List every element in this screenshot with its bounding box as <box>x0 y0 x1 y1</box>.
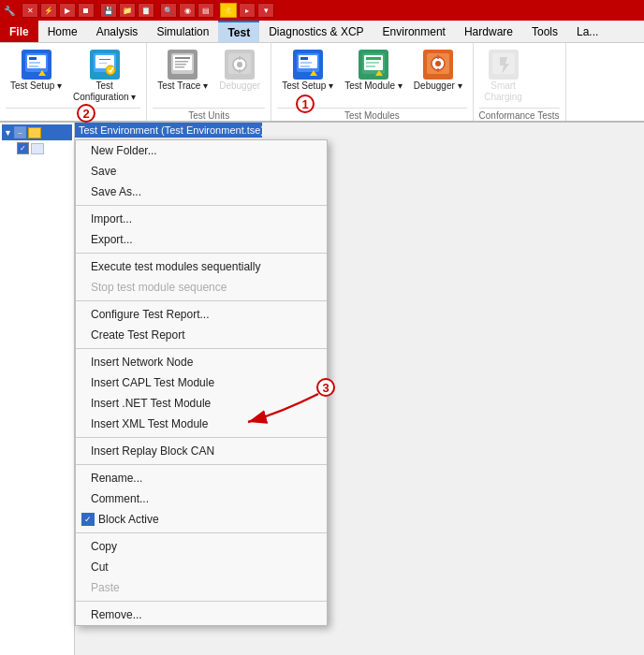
smart-charging-icon <box>489 50 519 80</box>
ctx-sep-2 <box>76 253 327 254</box>
ctx-item-import[interactable]: Import... <box>76 209 327 229</box>
ctx-item-insert-replay[interactable]: Insert Replay Block CAN <box>76 441 327 461</box>
ctx-item-paste: Paste <box>76 577 327 598</box>
separator-3 <box>216 3 218 18</box>
svg-rect-14 <box>175 66 184 68</box>
ctx-sep-4 <box>76 348 327 349</box>
menu-file[interactable]: File <box>0 21 38 42</box>
ctx-item-insert-network[interactable]: Insert Network Node <box>76 352 327 372</box>
svg-rect-22 <box>300 57 308 60</box>
tool-btn-9[interactable]: ◉ <box>179 3 196 18</box>
tool-btn-8[interactable]: 🔍 <box>160 3 177 18</box>
svg-rect-11 <box>175 57 190 59</box>
tree-checkbox-child[interactable]: ✓ <box>17 142 29 154</box>
menu-diagnostics[interactable]: Diagnostics & XCP <box>259 21 373 42</box>
menu-simulation[interactable]: Simulation <box>147 21 218 42</box>
tool-btn-12[interactable]: ▸ <box>239 3 256 18</box>
ctx-item-stop-seq: Stop test module sequence <box>76 277 327 298</box>
tree-item-root[interactable]: ▼ – <box>2 124 72 140</box>
menu-environment[interactable]: Environment <box>373 21 455 42</box>
ctx-sep-1 <box>76 205 327 206</box>
ctx-item-save-as[interactable]: Save As... <box>76 182 327 202</box>
ctx-item-save[interactable]: Save <box>76 161 327 182</box>
ribbon-btn-test-trace[interactable]: Test Trace ▾ <box>153 47 212 94</box>
tool-btn-6[interactable]: 📁 <box>119 3 136 18</box>
ctx-item-block-active[interactable]: ✓ Block Active <box>76 509 327 530</box>
svg-rect-23 <box>300 62 312 64</box>
svg-point-8 <box>106 66 115 75</box>
context-area: 2 Test Environment (Test Environment.tse… <box>75 123 644 655</box>
ribbon-group-conformance-buttons: SmartCharging <box>479 47 560 106</box>
debugger-2-icon <box>423 50 453 80</box>
svg-rect-28 <box>366 57 381 60</box>
test-module-icon <box>359 50 388 80</box>
test-config-icon <box>90 50 120 80</box>
menu-more[interactable]: La... <box>567 21 607 42</box>
ctx-item-copy[interactable]: Copy <box>76 536 327 557</box>
ctx-item-remove[interactable]: Remove... <box>76 604 327 625</box>
debugger-1-label: Debugger <box>219 80 260 91</box>
debugger-1-icon <box>225 50 255 80</box>
ctx-item-comment[interactable]: Comment... <box>76 488 327 509</box>
tree-panel: ▼ – ✓ <box>0 123 75 655</box>
test-module-label: Test Module ▾ <box>344 80 402 91</box>
ctx-item-insert-net[interactable]: Insert .NET Test Module <box>76 393 327 414</box>
test-setup-icon <box>22 50 51 80</box>
ctx-item-insert-xml[interactable]: Insert XML Test Module <box>76 414 327 434</box>
ctx-item-insert-capl[interactable]: Insert CAPL Test Module <box>76 372 327 393</box>
menu-tools[interactable]: Tools <box>522 21 567 42</box>
tool-btn-5[interactable]: 💾 <box>100 3 117 18</box>
svg-rect-3 <box>29 62 40 64</box>
separator-1 <box>96 3 98 18</box>
tree-item-child[interactable]: ✓ <box>2 140 72 156</box>
context-menu: New Folder... Save Save As... Import... … <box>75 139 328 626</box>
ctx-item-configure-report[interactable]: Configure Test Report... <box>76 304 327 325</box>
menu-test[interactable]: Test <box>218 21 259 42</box>
ctx-item-rename[interactable]: Rename... <box>76 468 327 488</box>
ctx-sep-3 <box>76 300 327 301</box>
svg-rect-13 <box>175 64 186 66</box>
ctx-sep-5 <box>76 437 327 438</box>
ctx-item-create-report[interactable]: Create Test Report <box>76 325 327 345</box>
ribbon-btn-test-setup-2[interactable]: Test Setup ▾x <box>277 47 338 104</box>
ribbon-btn-debugger-2[interactable]: Debugger ▾ <box>409 47 467 94</box>
ribbon-btn-test-module[interactable]: Test Module ▾ <box>340 47 407 94</box>
tool-btn-1[interactable]: ✕ <box>22 3 38 18</box>
ribbon: Test Setup ▾ TestConfiguration ▾ Test Tr… <box>0 43 644 123</box>
ribbon-btn-debugger-1[interactable]: Debugger <box>214 47 265 94</box>
ribbon-group-conformance: SmartCharging Conformance Tests <box>474 43 566 121</box>
test-setup-label: Test Setup ▾ <box>10 80 62 91</box>
ctx-item-export[interactable]: Export... <box>76 229 327 250</box>
ribbon-group-label-1 <box>6 108 140 121</box>
svg-rect-30 <box>366 66 375 67</box>
test-config-label: TestConfiguration ▾ <box>73 80 136 103</box>
tool-btn-10[interactable]: ▤ <box>198 3 214 18</box>
svg-rect-4 <box>29 66 38 67</box>
tool-btn-11[interactable]: ⭐ <box>220 3 237 18</box>
tool-btn-arrow[interactable]: ▾ <box>257 3 274 18</box>
tree-checkbox-root[interactable]: – <box>14 126 26 138</box>
ribbon-group-setup: Test Setup ▾ TestConfiguration ▾ <box>0 43 147 121</box>
menu-analysis[interactable]: Analysis <box>87 21 148 42</box>
tool-btn-4[interactable]: ⏹ <box>78 3 95 18</box>
smart-charging-label: SmartCharging <box>484 80 522 103</box>
ribbon-btn-test-config[interactable]: TestConfiguration ▾ <box>68 47 140 106</box>
ribbon-group-label-modules: Test Modules <box>277 108 466 121</box>
ribbon-btn-test-setup[interactable]: Test Setup ▾ <box>6 47 66 94</box>
tree-file-icon <box>31 143 44 154</box>
tool-btn-2[interactable]: ⚡ <box>40 3 57 18</box>
menu-home[interactable]: Home <box>38 21 87 42</box>
menu-hardware[interactable]: Hardware <box>455 21 522 42</box>
tool-btn-7[interactable]: 📋 <box>138 3 154 18</box>
ctx-item-execute-seq[interactable]: Execute test modules sequentially <box>76 256 327 277</box>
ribbon-group-modules-buttons: Test Setup ▾x Test Module ▾ Debugger ▾ <box>277 47 466 106</box>
tree-expand-root: ▼ <box>4 128 12 138</box>
ctx-sep-6 <box>76 464 327 465</box>
ribbon-group-units: Test Trace ▾ Debugger Test Units <box>147 43 271 121</box>
ctx-item-new-folder[interactable]: New Folder... <box>76 140 327 161</box>
tree-folder-icon-root <box>28 127 41 138</box>
tool-btn-3[interactable]: ▶ <box>59 3 76 18</box>
ribbon-group-label-conformance: Conformance Tests <box>479 108 560 121</box>
ctx-item-cut[interactable]: Cut <box>76 557 327 577</box>
content-area: ▼ – ✓ 2 Test Environment (Test Environme… <box>0 123 644 655</box>
